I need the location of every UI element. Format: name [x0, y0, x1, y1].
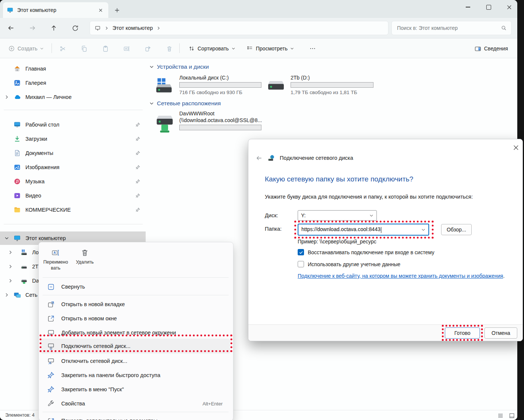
breadcrumb[interactable]: Этот компьютер	[90, 21, 388, 35]
breadcrumb-item[interactable]: Этот компьютер	[112, 25, 153, 31]
menu-item-open-new-tab[interactable]: Открыть в новой вкладке	[41, 297, 230, 311]
checkbox-unchecked-icon[interactable]	[298, 261, 304, 267]
dialog-close-button[interactable]	[511, 143, 520, 152]
menu-item-pin-start[interactable]: Закрепить в меню "Пуск"	[41, 382, 230, 396]
chevron-down-icon	[290, 47, 294, 50]
sidebar-item-desktop[interactable]: Рабочий стол	[2, 118, 144, 131]
section-devices-header[interactable]: Устройства и диски	[149, 63, 209, 70]
checkbox-checked-icon[interactable]	[298, 249, 304, 255]
rename-menu-button[interactable]: Переименовать	[42, 246, 69, 274]
search-input[interactable]	[396, 25, 501, 31]
sidebar-item-music[interactable]: Музыка	[2, 175, 144, 188]
sort-button[interactable]: Сортировать	[185, 43, 238, 54]
refresh-button[interactable]	[70, 23, 80, 33]
back-button[interactable]	[6, 23, 16, 33]
share-button[interactable]	[143, 43, 153, 54]
minimize-button[interactable]	[459, 1, 477, 13]
toolbar-separator	[179, 43, 180, 53]
desktop-icon	[13, 121, 22, 128]
up-button[interactable]	[49, 23, 59, 33]
sidebar-item-commercial-folder[interactable]: КОММЕРЧЕСКИЕ	[2, 203, 144, 217]
pin-icon	[47, 386, 56, 393]
sidebar-item-label: Главная	[25, 66, 144, 72]
tab-this-pc[interactable]: Этот компьютер	[3, 2, 108, 18]
menu-item-map-network-drive[interactable]: Подключить сетевой диск...	[41, 339, 230, 354]
pin-icon	[135, 165, 140, 170]
command-bar: Создать Сортировать Просмотреть	[0, 38, 517, 58]
tab-close-icon[interactable]	[96, 6, 105, 14]
maximize-button[interactable]	[480, 1, 497, 13]
finish-button[interactable]: Готово	[445, 327, 480, 339]
cancel-button[interactable]: Отмена	[484, 327, 517, 339]
paste-button[interactable]	[100, 43, 111, 54]
new-button[interactable]: Создать	[5, 43, 47, 54]
chevron-down-icon[interactable]	[4, 236, 10, 240]
menu-item-add-network-element[interactable]: Добавить новый элемент в сетевое окружен…	[41, 326, 230, 340]
section-network-header[interactable]: Сетевые расположения	[149, 100, 221, 107]
search-box[interactable]	[391, 21, 512, 35]
details-pane-button[interactable]: Сведения	[471, 43, 511, 54]
large-icons-view-icon[interactable]	[507, 412, 516, 419]
network-location-tile[interactable]: DavWWWRoot (\\download.octava.cool@SSL@8…	[154, 111, 266, 135]
drive-icon	[266, 77, 286, 95]
more-options-button[interactable]	[307, 43, 318, 54]
network-icon	[13, 291, 22, 299]
expander-icon[interactable]	[4, 293, 10, 297]
reconnect-checkbox-label: Восстанавливать подключение при входе в …	[308, 249, 434, 255]
windows-drive-icon	[154, 75, 174, 96]
video-icon	[13, 192, 22, 199]
rename-button[interactable]	[121, 43, 132, 54]
sidebar-item-label: Михаил — Личное	[25, 94, 144, 100]
sidebar-item-label: Загрузки	[25, 136, 135, 142]
map-drive-dialog-icon	[268, 154, 275, 162]
forward-button[interactable]	[28, 23, 37, 33]
menu-item-open-new-window[interactable]: Открыть в новом окне	[41, 311, 230, 326]
drive-d-tile[interactable]: 2Tb (D:) 1,79 ТБ свободно из 1,81 ТБ	[266, 75, 378, 98]
chevron-down-icon	[149, 65, 154, 69]
credentials-checkbox-row[interactable]: Использовать другие учетные данные	[298, 261, 400, 267]
delete-button[interactable]	[164, 43, 174, 54]
menu-item-label: Подключить сетевой диск...	[61, 343, 230, 349]
chevron-down-icon	[369, 214, 373, 218]
new-button-label: Создать	[18, 46, 37, 52]
expander-icon[interactable]	[4, 95, 10, 99]
menu-item-disconnect-network-drive[interactable]: Отключить сетевой диск...	[41, 354, 230, 368]
expander-icon[interactable]	[8, 264, 14, 269]
sidebar-item-onedrive[interactable]: Михаил — Личное	[2, 90, 144, 104]
folder-combobox[interactable]: https://download.octava.cool:8443	[298, 224, 429, 236]
connect-website-link[interactable]: Подключение к веб-сайту, на котором вы м…	[298, 273, 505, 279]
sidebar-item-pictures[interactable]: Изображения	[2, 161, 144, 174]
sidebar-item-label: Изображения	[25, 164, 135, 170]
copy-button[interactable]	[79, 43, 89, 54]
search-icon[interactable]	[501, 25, 507, 31]
expander-icon[interactable]	[8, 279, 14, 283]
link-period: .	[503, 273, 505, 279]
menu-item-collapse[interactable]: Свернуть	[41, 280, 230, 294]
this-pc-icon	[13, 234, 22, 242]
sidebar-item-videos[interactable]: Видео	[2, 189, 144, 202]
sidebar-item-label: Этот компьютер	[25, 235, 146, 241]
expander-icon[interactable]	[8, 250, 14, 255]
menu-separator	[43, 295, 229, 295]
drive-c-tile[interactable]: Локальный диск (C:) 716 ГБ свободно из 9…	[154, 75, 266, 98]
view-button[interactable]: Просмотреть	[244, 43, 297, 54]
menu-item-pin-quick-access[interactable]: Закрепить на панели быстрого доступа	[41, 368, 230, 382]
window-close-button[interactable]	[500, 1, 517, 13]
delete-menu-button[interactable]: Удалить	[71, 246, 99, 274]
sidebar-item-home[interactable]: Главная	[2, 62, 144, 75]
documents-icon	[13, 149, 22, 157]
menu-item-show-more-options[interactable]: Показать дополнительные параметры	[41, 414, 230, 420]
sidebar-item-downloads[interactable]: Загрузки	[2, 132, 144, 146]
drive-letter-select[interactable]: Y:	[298, 210, 377, 221]
details-view-icon[interactable]	[496, 412, 505, 419]
sidebar-item-documents[interactable]: Документы	[2, 146, 144, 160]
credentials-checkbox-label: Использовать другие учетные данные	[308, 261, 400, 267]
browse-button[interactable]: Обзор...	[441, 224, 472, 235]
reconnect-checkbox-row[interactable]: Восстанавливать подключение при входе в …	[298, 249, 434, 255]
cut-button[interactable]	[58, 43, 68, 54]
capacity-bar	[179, 82, 261, 88]
new-tab-button[interactable]	[112, 5, 122, 15]
menu-item-properties[interactable]: Свойства Alt+Enter	[41, 396, 230, 411]
dialog-back-icon[interactable]	[254, 153, 263, 162]
sidebar-item-gallery[interactable]: Галерея	[2, 76, 144, 90]
